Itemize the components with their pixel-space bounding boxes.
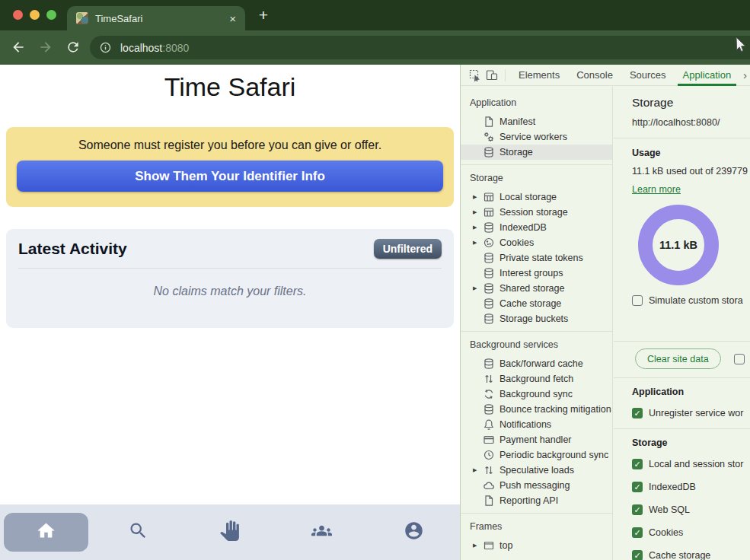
unregister-sw-row: Unregister service wor: [632, 407, 750, 419]
close-window-button[interactable]: [13, 10, 23, 20]
hand-icon: [219, 520, 240, 544]
inspect-element-icon[interactable]: [467, 68, 484, 82]
up-down-arrows-icon: [483, 373, 495, 385]
expander-icon[interactable]: [473, 240, 483, 246]
learn-more-link[interactable]: Learn more: [632, 184, 681, 195]
tree-item-payment-handler[interactable]: Payment handler: [461, 432, 612, 447]
latest-activity-heading: Latest Activity: [18, 240, 127, 258]
bottom-navigation: [0, 504, 460, 560]
websql-checkbox[interactable]: [632, 504, 643, 515]
expander-icon[interactable]: [473, 224, 483, 231]
browser-tab[interactable]: TimeSafari ×: [67, 6, 245, 30]
zoom-window-button[interactable]: [46, 10, 56, 20]
show-identifier-info-button[interactable]: Show Them Your Identifier Info: [17, 161, 443, 192]
unfiltered-button[interactable]: Unfiltered: [374, 239, 442, 259]
nav-offer[interactable]: [184, 520, 276, 544]
expander-icon[interactable]: [473, 194, 483, 200]
storage-option-row: Web SQL: [632, 504, 750, 516]
tree-item-reporting-api[interactable]: Reporting API: [461, 493, 612, 508]
forward-icon[interactable]: [38, 40, 53, 55]
new-tab-button[interactable]: +: [253, 5, 274, 26]
indexeddb-checkbox[interactable]: [632, 482, 643, 492]
file-icon: [483, 116, 495, 128]
page-title: Time Safari: [0, 72, 460, 102]
browser-window: TimeSafari × + localhost:8080 Time Safar…: [0, 0, 750, 560]
clear-site-data-button[interactable]: Clear site data: [635, 348, 721, 369]
tree-item-background-fetch[interactable]: Background fetch: [461, 371, 612, 387]
cloud-icon: [483, 479, 495, 492]
tree-item-storage-buckets[interactable]: Storage buckets: [461, 311, 612, 326]
address-bar[interactable]: localhost:8080: [90, 36, 750, 59]
third-party-cookies-checkbox[interactable]: [734, 354, 745, 364]
tab-console[interactable]: Console: [568, 65, 621, 86]
devtools-storage-pane: Storage http://localhost:8080/ Usage 11.…: [614, 87, 750, 560]
expander-icon[interactable]: [473, 542, 483, 549]
tree-item-interest-groups[interactable]: Interest groups: [461, 266, 612, 281]
simulate-quota-row: Simulate custom stora: [632, 295, 750, 306]
database-icon: [483, 252, 495, 264]
local-session-storage-checkbox[interactable]: [632, 459, 643, 469]
unregister-sw-label: Unregister service wor: [649, 408, 743, 418]
reload-icon[interactable]: [65, 40, 81, 55]
cache-storage-checkbox[interactable]: [632, 550, 643, 560]
tree-item-cookies[interactable]: Cookies: [461, 235, 612, 250]
simulate-quota-checkbox[interactable]: [632, 295, 643, 306]
tree-item-local-storage[interactable]: Local storage: [461, 189, 612, 205]
tab-sources[interactable]: Sources: [621, 65, 675, 86]
tree-item-shared-storage[interactable]: Shared storage: [461, 281, 612, 296]
pane-divider: [614, 377, 750, 378]
tree-item-storage[interactable]: Storage: [461, 145, 612, 160]
tab-close-icon[interactable]: ×: [229, 13, 236, 24]
clock-icon: [483, 449, 495, 461]
nav-home-active-pill[interactable]: [4, 513, 88, 552]
cookie-icon: [483, 237, 495, 249]
tree-item-background-sync[interactable]: Background sync: [461, 387, 612, 402]
people-icon: [311, 520, 332, 544]
expander-icon[interactable]: [473, 467, 483, 473]
back-icon[interactable]: [11, 40, 26, 55]
database-icon: [483, 403, 495, 415]
tree-item-indexeddb[interactable]: IndexedDB: [461, 220, 612, 235]
database-icon: [483, 298, 495, 310]
devtools-sidebar: Application Manifest Service workers Sto…: [461, 87, 613, 560]
expander-icon[interactable]: [473, 285, 483, 291]
tree-item-service-workers[interactable]: Service workers: [461, 129, 612, 145]
tree-item-periodic-background-sync[interactable]: Periodic background sync: [461, 447, 612, 463]
nav-home[interactable]: [0, 513, 92, 552]
tree-item-bounce-tracking[interactable]: Bounce tracking mitigation: [461, 402, 612, 417]
nav-contacts[interactable]: [276, 520, 368, 544]
credit-card-icon: [483, 434, 495, 446]
tree-item-top-frame[interactable]: top: [461, 538, 612, 553]
nav-search[interactable]: [92, 520, 184, 544]
table-icon: [483, 191, 495, 203]
url-port: :8080: [162, 42, 189, 54]
strip-separator: [505, 69, 506, 81]
expander-icon[interactable]: [473, 209, 483, 215]
device-toolbar-icon[interactable]: [484, 68, 500, 82]
tab-application[interactable]: Application: [675, 65, 740, 86]
timesafari-favicon: [76, 12, 88, 24]
tab-elements[interactable]: Elements: [510, 65, 568, 86]
tree-item-back-forward-cache[interactable]: Back/forward cache: [461, 356, 612, 371]
sidebar-section-background-services: Background services Back/forward cache B…: [461, 331, 612, 508]
database-icon: [483, 221, 495, 234]
site-info-icon[interactable]: [99, 41, 112, 54]
tree-item-manifest[interactable]: Manifest: [461, 114, 612, 129]
storage-option-row: Cookies: [632, 527, 750, 539]
nav-profile[interactable]: [368, 520, 460, 544]
application-heading: Application: [632, 387, 750, 397]
minimize-window-button[interactable]: [30, 10, 40, 20]
clear-site-data-row: Clear site data in: [632, 342, 750, 377]
more-tabs-icon[interactable]: ›: [743, 68, 747, 81]
timesafari-app: Time Safari Someone must register you be…: [0, 65, 460, 560]
tree-item-push-messaging[interactable]: Push messaging: [461, 478, 612, 493]
cookies-checkbox[interactable]: [632, 527, 643, 538]
person-icon: [404, 520, 424, 544]
gears-icon: [483, 131, 495, 143]
tree-item-speculative-loads[interactable]: Speculative loads: [461, 463, 612, 478]
unregister-sw-checkbox[interactable]: [632, 408, 643, 418]
tree-item-private-state-tokens[interactable]: Private state tokens: [461, 250, 612, 266]
tree-item-cache-storage[interactable]: Cache storage: [461, 296, 612, 311]
tree-item-notifications[interactable]: Notifications: [461, 417, 612, 432]
tree-item-session-storage[interactable]: Session storage: [461, 205, 612, 220]
